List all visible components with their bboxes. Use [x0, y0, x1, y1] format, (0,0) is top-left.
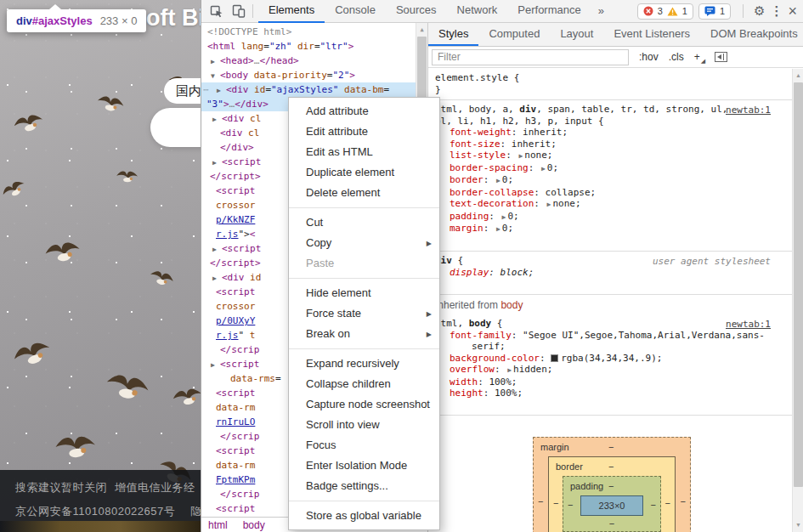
dom-tree-line[interactable]: ⋯▶<div id="ajaxStyles" data-bm=: [201, 82, 427, 97]
menu-item-copy[interactable]: Copy▶: [289, 233, 439, 253]
region-tab[interactable]: 国内: [164, 78, 201, 104]
box-model-border[interactable]: border− − padding− − 233×0 −: [548, 456, 676, 532]
toggle-hov[interactable]: :hov: [639, 51, 659, 63]
expand-shorthand-icon[interactable]: ▶: [495, 225, 502, 233]
dom-tree-line[interactable]: <!DOCTYPE html>: [201, 25, 427, 39]
css-property-background-color[interactable]: background-color: rgba(34,34,34,.9);: [435, 353, 771, 365]
expand-shorthand-icon[interactable]: ▶: [495, 177, 502, 184]
color-swatch[interactable]: [551, 354, 558, 362]
margin-left-value[interactable]: −: [538, 496, 543, 508]
tab-network[interactable]: Network: [447, 0, 508, 23]
padding-top-value[interactable]: −: [608, 477, 614, 495]
dom-tree-line[interactable]: ▶<head>…</head>: [201, 54, 427, 68]
css-property-font-weight[interactable]: font-weight: inherit;: [435, 127, 771, 139]
padding-left-value[interactable]: −: [568, 500, 573, 512]
settings-gear-icon[interactable]: ⚙: [754, 3, 765, 19]
scroll-down-arrow[interactable]: ▼: [793, 519, 803, 531]
menu-item-store-as-global-variable[interactable]: Store as global variable: [289, 506, 439, 526]
box-model-margin[interactable]: margin− − border− − padding−: [533, 437, 691, 532]
element-style-selector[interactable]: element.style {: [435, 72, 771, 84]
toggle-cls[interactable]: .cls: [669, 51, 684, 63]
inspect-element-icon[interactable]: [209, 4, 223, 19]
search-box[interactable]: [150, 108, 201, 147]
close-devtools-icon[interactable]: ×: [788, 3, 797, 20]
toggle-[interactable]: +◢: [694, 51, 704, 63]
stylesheet-link[interactable]: newtab:1: [726, 319, 771, 331]
expand-toggle-icon[interactable]: ▶: [212, 242, 222, 257]
stylesheet-link[interactable]: newtab:1: [726, 105, 771, 116]
console-status-badge[interactable]: 3 1: [637, 3, 693, 20]
styles-tab-styles[interactable]: Styles: [428, 23, 478, 46]
margin-top-value[interactable]: −: [608, 438, 614, 456]
menu-item-hide-element[interactable]: Hide element: [289, 283, 439, 303]
tab-elements[interactable]: Elements: [258, 0, 325, 23]
more-tabs-button[interactable]: »: [591, 0, 611, 22]
expand-toggle-icon[interactable]: ▶: [212, 271, 222, 286]
styles-tab-event-listeners[interactable]: Event Listeners: [603, 23, 700, 46]
tab-performance[interactable]: Performance: [507, 0, 591, 23]
device-toolbar-icon[interactable]: [231, 4, 246, 19]
expand-toggle-icon[interactable]: ▼: [211, 69, 220, 83]
breadcrumb-item-html[interactable]: html: [208, 519, 228, 531]
css-property-padding[interactable]: padding: ▶0;: [435, 211, 771, 224]
menu-item-add-attribute[interactable]: Add attribute: [289, 101, 439, 122]
css-property-text-decoration[interactable]: text-decoration: ▶none;: [435, 198, 771, 211]
menu-item-edit-as-html[interactable]: Edit as HTML: [289, 142, 439, 162]
expand-shorthand-icon[interactable]: ▶: [517, 152, 524, 160]
menu-item-delete-element[interactable]: Delete element: [289, 183, 439, 203]
expand-toggle-icon[interactable]: ▶: [211, 54, 220, 69]
issues-badge[interactable]: 1: [698, 3, 731, 20]
menu-item-enter-isolation-mode[interactable]: Enter Isolation Mode: [289, 456, 439, 476]
expand-toggle-icon[interactable]: ▶: [212, 112, 222, 127]
css-property-width[interactable]: width: 100%;: [435, 376, 771, 388]
tab-sources[interactable]: Sources: [386, 0, 447, 23]
styles-filter-input[interactable]: [432, 49, 629, 65]
menu-item-edit-attribute[interactable]: Edit attribute: [289, 122, 439, 142]
styles-tab-dom-breakpoints[interactable]: DOM Breakpoints: [700, 23, 803, 46]
menu-item-force-state[interactable]: Force state▶: [289, 303, 439, 324]
menu-item-duplicate-element[interactable]: Duplicate element: [289, 162, 439, 183]
padding-bottom-value[interactable]: −: [609, 518, 614, 529]
styles-scrollbar[interactable]: ▲ ▼: [792, 69, 803, 532]
box-model-content[interactable]: 233×0: [580, 495, 643, 516]
css-property-height[interactable]: height: 100%;: [435, 388, 771, 399]
menu-item-cut[interactable]: Cut: [289, 212, 439, 233]
breadcrumb-item-body[interactable]: body: [243, 519, 265, 531]
footer-privacy-link[interactable]: 隐: [190, 504, 201, 519]
scroll-thumb[interactable]: [417, 37, 427, 98]
footer-telecom-link[interactable]: 增值电信业务经: [115, 480, 195, 495]
scroll-thumb[interactable]: [794, 82, 803, 487]
css-property-font-size[interactable]: font-size: inherit;: [435, 139, 771, 150]
margin-right-value[interactable]: −: [681, 496, 686, 508]
expand-toggle-icon[interactable]: ▶: [217, 83, 226, 98]
toggle-sidebar-icon[interactable]: [715, 52, 727, 62]
styles-tab-computed[interactable]: Computed: [478, 23, 550, 46]
css-property-display[interactable]: display: block;: [435, 267, 771, 279]
css-property-border[interactable]: border: ▶0;: [435, 174, 771, 187]
css-property-overflow[interactable]: overflow: ▶hidden;: [435, 364, 771, 376]
styles-tab-layout[interactable]: Layout: [550, 23, 603, 46]
footer-notice-link[interactable]: 搜索建议暂时关闭: [15, 480, 107, 495]
dom-tree-line[interactable]: <html lang="zh" dir="ltr">: [201, 39, 427, 54]
padding-right-value[interactable]: −: [651, 500, 656, 512]
css-property-border-spacing[interactable]: border-spacing: ▶0;: [435, 162, 771, 175]
scroll-up-arrow[interactable]: ▲: [793, 70, 803, 82]
expand-toggle-icon[interactable]: ▶: [211, 358, 220, 372]
css-property-border-collapse[interactable]: border-collapse: collapse;: [435, 187, 771, 199]
menu-item-badge-settings[interactable]: Badge settings...: [289, 476, 439, 496]
css-property-list-style[interactable]: list-style: ▶none;: [435, 150, 771, 162]
css-property-font-family[interactable]: font-family: "Segoe UI",Segoe,Tahoma,Ari…: [435, 330, 771, 342]
menu-item-capture-node-screenshot[interactable]: Capture node screenshot: [289, 394, 439, 415]
footer-beian-link[interactable]: 京公网安备11010802022657号: [15, 504, 175, 519]
menu-item-collapse-children[interactable]: Collapse children: [289, 374, 439, 394]
scroll-up-arrow[interactable]: ▲: [416, 24, 427, 36]
dom-tree-line[interactable]: ▼<body data-priority="2">: [201, 68, 427, 82]
css-property-margin[interactable]: margin: ▶0;: [435, 223, 771, 235]
expand-toggle-icon[interactable]: ▶: [212, 156, 222, 170]
expand-shorthand-icon[interactable]: ▶: [540, 165, 547, 173]
border-top-value[interactable]: −: [608, 457, 614, 476]
menu-item-focus[interactable]: Focus: [289, 435, 439, 456]
border-left-value[interactable]: −: [553, 498, 558, 510]
menu-item-scroll-into-view[interactable]: Scroll into view: [289, 415, 439, 435]
tab-console[interactable]: Console: [325, 0, 386, 23]
